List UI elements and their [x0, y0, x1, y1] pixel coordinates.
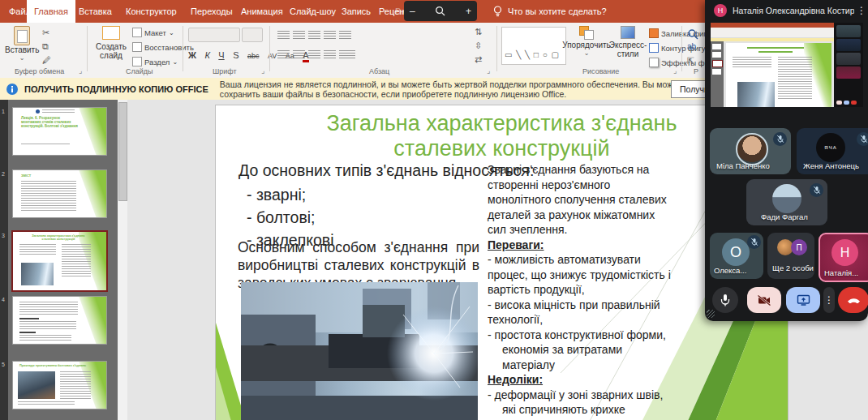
tab-home[interactable]: Главная: [27, 0, 75, 23]
participant-tile-others[interactable]: П Ще 2 особи: [767, 233, 814, 279]
current-slide-canvas[interactable]: Загальна характеристика з'єднань сталеви…: [215, 105, 789, 420]
camera-off-button[interactable]: [747, 285, 781, 315]
arrange-button[interactable]: Упорядочить ⌄: [565, 26, 608, 57]
more-options-icon[interactable]: ⋮: [857, 5, 866, 16]
layout-button[interactable]: Макет⌄: [132, 28, 174, 37]
tell-me-label: Что вы хотите сделать?: [508, 6, 607, 16]
font-name-select[interactable]: [188, 28, 240, 42]
tab-transitions[interactable]: Переходы: [183, 0, 240, 23]
strikethrough-button[interactable]: abc: [247, 52, 260, 60]
shadow-button[interactable]: S: [233, 50, 238, 60]
hang-up-icon: [847, 297, 861, 303]
copy-icon[interactable]: ⧉: [42, 41, 49, 52]
thumb-title: Лекція. 6. Розрахунок монтажних стиків с…: [21, 117, 79, 129]
participant-tile-natalia-self[interactable]: Н Наталія...: [819, 233, 868, 282]
scrollbar-thumb[interactable]: [118, 102, 127, 201]
clipboard-dialog-launcher[interactable]: ⌟: [79, 66, 82, 75]
mic-icon: [720, 294, 731, 306]
leave-call-button[interactable]: [838, 285, 868, 315]
shape-effects-icon: [649, 58, 659, 67]
shapes-row-1: ▭ ╲ ╲ □ ○ ▢: [505, 49, 563, 60]
participant-name: Фади Фаргал: [761, 212, 808, 221]
tab-insert[interactable]: Вставка: [71, 0, 119, 23]
thumbnail-slide-3-selected[interactable]: Загальна характеристика з'єднань сталеви…: [11, 230, 108, 292]
mic-button[interactable]: [712, 285, 738, 315]
text-direction-icon[interactable]: ⇅: [475, 27, 482, 37]
zoom-in-button[interactable]: +: [466, 6, 471, 17]
cut-icon[interactable]: ✂: [42, 28, 49, 38]
participant-name: Олекса...: [714, 266, 746, 275]
font-dialog-launcher[interactable]: ⌟: [261, 66, 264, 75]
tab-design[interactable]: Конструктор: [118, 0, 184, 23]
resize-handle[interactable]: [707, 310, 715, 318]
thumb-heading: [19, 332, 36, 333]
list-indent-icons[interactable]: [277, 29, 355, 44]
paragraph-dialog-launcher[interactable]: ⌟: [487, 66, 490, 75]
welding-description: Зварні з'єднання базуються на створенні …: [488, 162, 671, 238]
welding-photo[interactable]: [241, 282, 478, 420]
slide-list-item[interactable]: - зварні;: [247, 186, 306, 204]
mic-off-icon: [773, 132, 787, 146]
thumb-heading: [19, 318, 39, 319]
participant-tile-oleksa[interactable]: О Олекса...: [710, 233, 763, 279]
thumbnail-slide-4[interactable]: [12, 296, 107, 345]
group-editing-label: Р: [694, 67, 698, 75]
tell-me-box[interactable]: Что вы хотите сделать?: [493, 0, 607, 23]
font-size-select[interactable]: [242, 28, 263, 42]
present-screen-icon: [797, 294, 810, 306]
participant-tile-zhenya[interactable]: ЯЧА Женя Антонець: [797, 128, 868, 174]
thumbnail-scrollbar[interactable]: [118, 100, 127, 420]
mic-off-icon: [857, 132, 868, 146]
quick-styles-button[interactable]: Экспресс-стили: [610, 26, 646, 58]
chevron-down-icon: ⌄: [19, 54, 25, 62]
slide-right-textbox[interactable]: Зварні з'єднання базуються на створенні …: [488, 162, 671, 420]
slide-number: 5: [2, 362, 5, 367]
participant-tile-mila[interactable]: Міла Панченко: [710, 128, 791, 174]
avatar: О: [722, 238, 750, 266]
select-icon[interactable]: ⇱: [687, 56, 694, 66]
advantage-item: - можливість автоматизувати процес, що з…: [488, 252, 671, 298]
participant-name: Міла Панченко: [716, 161, 770, 170]
thumb-title: ЗМІСТ: [21, 174, 31, 178]
bold-button[interactable]: Ж: [188, 50, 196, 60]
alignment-icons[interactable]: [277, 49, 359, 63]
group-paragraph-label: Абзац: [369, 67, 389, 75]
meet-window[interactable]: Н Наталія Олександрівна Костира ... ⋮: [705, 0, 868, 321]
mic-off-icon: [747, 235, 761, 249]
thumb-decor: [79, 170, 106, 217]
slide-number-strip: [0, 100, 8, 420]
more-controls-button[interactable]: ⋮: [823, 285, 835, 315]
paste-button[interactable]: Вставить ⌄: [5, 26, 39, 62]
shapes-gallery[interactable]: ▭ ╲ ╲ □ ○ ▢ △ ⌐ ⌐ ⇨ ⇩ ▱ ✎ ⌒ ~ { } ☆: [501, 27, 566, 65]
lightbulb-icon: [493, 6, 502, 18]
reset-icon: [132, 42, 142, 52]
new-slide-button[interactable]: Создать слайд: [92, 26, 130, 60]
thumb-photo: [21, 263, 54, 285]
present-screen-button[interactable]: [786, 285, 820, 315]
drawing-dialog-launcher[interactable]: ⌟: [673, 66, 677, 75]
slide-number: 4: [2, 297, 5, 302]
convert-smartart-icon[interactable]: ⇄: [475, 54, 482, 65]
align-text-icon[interactable]: ⇳: [475, 41, 482, 51]
slide-title[interactable]: Загальна характеристика з'єднань сталеви…: [297, 111, 707, 161]
reset-button[interactable]: Восстановить: [132, 42, 194, 52]
participant-tile-fadi[interactable]: Фади Фаргал: [746, 179, 827, 225]
magnifier-icon: [435, 6, 445, 16]
format-painter-icon[interactable]: 🖉: [42, 55, 51, 65]
find-icon[interactable]: [687, 28, 698, 40]
thumbnail-slide-5[interactable]: Приклади проектування болтових з'єднань: [12, 361, 107, 409]
avatar: Н: [714, 4, 727, 17]
slide-list-item[interactable]: - болтові;: [247, 208, 316, 227]
zoom-out-button[interactable]: –: [410, 6, 415, 17]
section-button[interactable]: Раздел⌄: [132, 57, 178, 66]
screen-share-preview[interactable]: [711, 23, 863, 107]
replace-icon[interactable]: ab: [687, 42, 696, 51]
thumbnail-slide-2[interactable]: ЗМІСТ: [12, 169, 107, 218]
avatar: [736, 133, 768, 165]
thumbnail-slide-1[interactable]: Лекція. 6. Розрахунок монтажних стиків с…: [12, 107, 107, 156]
new-slide-label: Создать слайд: [92, 42, 130, 60]
italic-button[interactable]: К: [204, 50, 209, 60]
underline-button[interactable]: Ч: [218, 50, 224, 60]
advantage-item: - висока міцність при правильній техноло…: [488, 298, 671, 328]
group-clipboard-label: Буфер обмена: [15, 67, 64, 75]
